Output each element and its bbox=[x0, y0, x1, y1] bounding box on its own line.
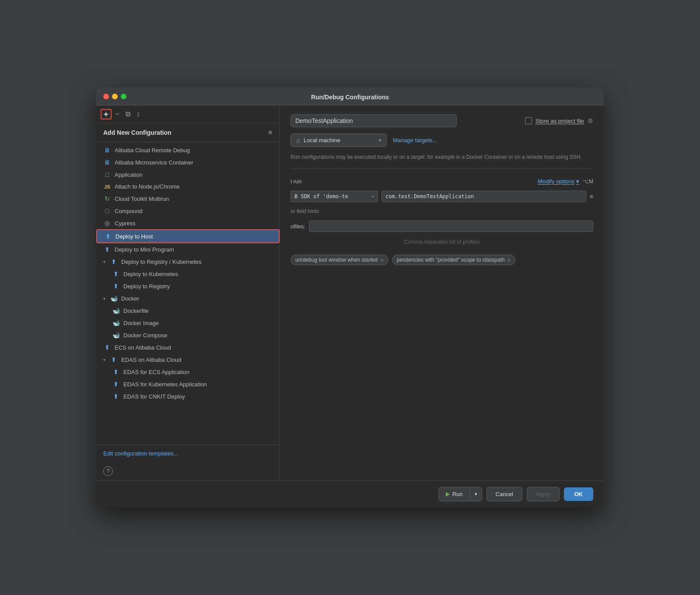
profiles-label: ofiles: bbox=[290, 223, 305, 230]
docker-image-icon: 🐋 bbox=[112, 319, 120, 326]
ecs-alibaba-icon: ⬆ bbox=[103, 344, 111, 351]
list-item-docker-compose[interactable]: 🐋 Docker Compose bbox=[96, 329, 280, 341]
deploy-to-mini-program-icon: ⬆ bbox=[103, 246, 111, 253]
cancel-button[interactable]: Cancel bbox=[486, 487, 522, 501]
modify-shortcut: ⌥M bbox=[583, 178, 593, 185]
dockerfile-icon: 🐋 bbox=[112, 307, 120, 314]
store-as-project-label[interactable]: Store as project file bbox=[536, 118, 584, 124]
deploy-to-host-icon: ⬆ bbox=[104, 233, 112, 240]
sdk-label: B SDK of 'demo-te bbox=[294, 193, 348, 200]
minimize-traffic-light[interactable] bbox=[112, 94, 118, 99]
help-button[interactable]: ? bbox=[103, 466, 113, 476]
list-item-deploy-to-registry[interactable]: ⬆ Deploy to Registry bbox=[96, 280, 280, 292]
list-item-application[interactable]: □ Application bbox=[96, 168, 280, 181]
tag-close-button[interactable]: × bbox=[380, 257, 384, 263]
store-project-row: Store as project file ⚙ bbox=[525, 117, 593, 124]
list-item-dockerfile[interactable]: 🐋 Dockerfile bbox=[96, 304, 280, 317]
edas-alibaba-icon: ⬆ bbox=[110, 356, 118, 363]
list-item-label: Cloud Toolkit Multirun bbox=[115, 196, 169, 202]
list-item-label: Deploy to Host bbox=[116, 233, 153, 240]
list-item-deploy-to-mini-program[interactable]: ⬆ Deploy to Mini Program bbox=[96, 243, 280, 256]
chevron-down-icon: ▾ bbox=[103, 296, 105, 301]
tag-run-debug-window: un/debug tool window when started × bbox=[290, 255, 388, 265]
field-hints-label: or field hints bbox=[290, 208, 319, 214]
list-item-cloud-toolkit[interactable]: ↻ Cloud Toolkit Multirun bbox=[96, 192, 280, 205]
list-item-alibaba-microservice[interactable]: 🖥 Alibaba Microservice Container bbox=[96, 156, 280, 168]
play-icon bbox=[446, 492, 450, 497]
run-button[interactable]: Run bbox=[439, 487, 470, 501]
list-item-deploy-to-registry-kubernetes[interactable]: ▾ ⬆ Deploy to Registry / Kubernetes bbox=[96, 256, 280, 268]
manage-targets-link[interactable]: Manage targets... bbox=[393, 137, 437, 144]
edit-templates-link[interactable]: Edit configuration templates... bbox=[96, 444, 280, 462]
bottom-help: ? bbox=[96, 462, 280, 480]
config-name-input[interactable] bbox=[290, 114, 457, 127]
list-item-deploy-to-host[interactable]: ⬆ Deploy to Host bbox=[96, 229, 280, 243]
target-dropdown[interactable]: ⌂ Local machine ▾ bbox=[290, 133, 387, 147]
profiles-input[interactable] bbox=[309, 220, 593, 232]
list-item-compound[interactable]: ⬡ Compound bbox=[96, 205, 280, 217]
copy-configuration-button[interactable]: ⧉ bbox=[123, 109, 133, 119]
sort-configurations-button[interactable]: ↕ bbox=[134, 109, 142, 119]
main-class-browse-button[interactable]: ≡ bbox=[590, 193, 593, 200]
chevron-down-icon: ▾ bbox=[103, 357, 105, 362]
list-item-alibaba-cloud-remote-debug[interactable]: 🖥 Alibaba Cloud Remote Debug bbox=[96, 144, 280, 156]
close-traffic-light[interactable] bbox=[103, 94, 109, 99]
chevron-down-icon: ▾ bbox=[103, 259, 105, 264]
list-item-label: ECS on Alibaba Cloud bbox=[115, 344, 171, 351]
modify-options-label: Modify options bbox=[538, 178, 574, 185]
main-class-input[interactable] bbox=[382, 191, 586, 202]
add-configuration-button[interactable]: + bbox=[101, 109, 112, 119]
left-panel: + − ⧉ ↕ Add New Configuration × 🖥 Alibab… bbox=[96, 105, 280, 480]
list-item-docker-image[interactable]: 🐋 Docker Image bbox=[96, 317, 280, 329]
title-bar: Run/Debug Configurations bbox=[96, 88, 604, 105]
chevron-down-icon: ▾ bbox=[372, 194, 374, 199]
list-item-edas-cnkit[interactable]: ⬆ EDAS for CNKIT Deploy bbox=[96, 390, 280, 402]
edas-kubernetes-icon: ⬆ bbox=[112, 381, 120, 388]
target-row: ⌂ Local machine ▾ Manage targets... bbox=[290, 133, 593, 147]
list-item-label: Compound bbox=[115, 208, 143, 214]
panel-header: Add New Configuration × bbox=[96, 123, 280, 142]
panel-close-button[interactable]: × bbox=[268, 129, 273, 136]
store-gear-button[interactable]: ⚙ bbox=[588, 117, 593, 124]
list-item-attach-node[interactable]: JS Attach to Node.js/Chrome bbox=[96, 181, 280, 192]
list-item-deploy-to-kubernetes[interactable]: ⬆ Deploy to Kubernetes bbox=[96, 268, 280, 280]
docker-compose-icon: 🐋 bbox=[112, 332, 120, 339]
tag-close-button[interactable]: × bbox=[507, 257, 511, 263]
run-dropdown-button[interactable]: ▾ bbox=[470, 488, 482, 500]
maximize-traffic-light[interactable] bbox=[121, 94, 126, 99]
main-content: + − ⧉ ↕ Add New Configuration × 🖥 Alibab… bbox=[96, 105, 604, 480]
run-label: Run bbox=[452, 491, 463, 497]
modify-options-button[interactable]: Modify options ▾ bbox=[538, 178, 579, 185]
list-item-label: Docker Image bbox=[123, 320, 159, 326]
divider bbox=[290, 168, 593, 168]
list-item-edas-ecs[interactable]: ⬆ EDAS for ECS Application bbox=[96, 366, 280, 378]
list-item-cypress[interactable]: ◎ Cypress bbox=[96, 217, 280, 229]
docker-icon: 🐋 bbox=[110, 295, 118, 302]
config-name-row: Store as project file ⚙ bbox=[290, 114, 593, 127]
target-description: Run configurations may be executed local… bbox=[290, 153, 593, 161]
remove-configuration-button[interactable]: − bbox=[113, 109, 122, 119]
list-item-label: EDAS for Kubernetes Application bbox=[123, 381, 207, 388]
list-item-label: EDAS for CNKIT Deploy bbox=[123, 393, 185, 400]
chevron-down-icon: ▾ bbox=[576, 178, 579, 185]
list-item-label: EDAS on Alibaba Cloud bbox=[121, 357, 181, 363]
list-item-label: Attach to Node.js/Chrome bbox=[115, 183, 180, 190]
profiles-hint: Comma-separated list of profiles bbox=[290, 239, 593, 245]
sdk-dropdown[interactable]: B SDK of 'demo-te ▾ bbox=[290, 191, 378, 202]
list-item-label: EDAS for ECS Application bbox=[123, 369, 189, 375]
tag-provided-scope: pendencies with "provided" scope to clas… bbox=[392, 255, 515, 265]
list-item-docker[interactable]: ▾ 🐋 Docker bbox=[96, 292, 280, 304]
tag-label: un/debug tool window when started bbox=[295, 257, 378, 263]
traffic-lights bbox=[103, 94, 126, 99]
panel-header-title: Add New Configuration bbox=[103, 129, 172, 136]
ok-button[interactable]: OK bbox=[564, 487, 594, 501]
profiles-row: ofiles: bbox=[290, 220, 593, 232]
list-item-ecs-alibaba[interactable]: ⬆ ECS on Alibaba Cloud bbox=[96, 341, 280, 354]
list-item-edas-alibaba[interactable]: ▾ ⬆ EDAS on Alibaba Cloud bbox=[96, 354, 280, 366]
cypress-icon: ◎ bbox=[103, 220, 111, 227]
list-item-edas-kubernetes[interactable]: ⬆ EDAS for Kubernetes Application bbox=[96, 378, 280, 390]
list-item-label: Application bbox=[115, 172, 143, 178]
store-as-project-checkbox[interactable] bbox=[525, 117, 532, 124]
list-item-label: Dockerfile bbox=[123, 308, 149, 314]
apply-button[interactable]: Apply bbox=[527, 487, 560, 501]
